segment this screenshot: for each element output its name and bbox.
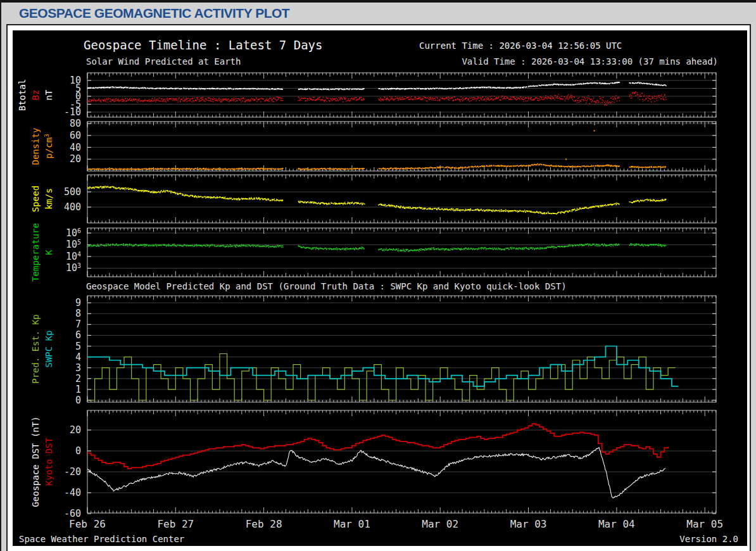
plot-frame: 1050-5-10BtotalBznT80604020Densityp/cm35… [6,24,751,551]
svg-text:Density: Density [30,127,41,165]
svg-text:Feb 28: Feb 28 [246,518,282,530]
svg-text:-40: -40 [64,487,81,498]
svg-text:Mar 01: Mar 01 [334,518,370,530]
svg-text:3: 3 [75,362,81,374]
svg-text:500: 500 [64,186,81,198]
kp-dst-section-title: Geospace Model Predicted Kp and DST (Gro… [86,281,567,291]
svg-text:104: 104 [66,251,81,262]
svg-text:80: 80 [70,118,81,129]
svg-text:8: 8 [75,308,81,319]
svg-text:Mar 02: Mar 02 [422,518,458,530]
svg-text:5: 5 [75,341,81,352]
svg-text:40: 40 [70,142,81,153]
page-header: GEOSPACE GEOMAGNETIC ACTIVITY PLOT [1,3,756,24]
svg-text:Bz: Bz [30,90,41,101]
svg-text:7: 7 [75,319,81,330]
svg-text:20: 20 [70,424,81,436]
svg-text:nT: nT [44,89,54,100]
svg-text:0: 0 [75,445,81,457]
svg-text:9: 9 [75,297,81,308]
svg-text:Pred. Est. Kp: Pred. Est. Kp [30,314,41,384]
svg-text:4: 4 [75,352,81,363]
footer-source: Space Weather Prediction Center [19,534,184,544]
svg-text:106: 106 [66,227,81,239]
svg-text:SWPC Kp: SWPC Kp [44,330,54,367]
svg-text:Geospace DST (nT): Geospace DST (nT) [30,416,41,507]
svg-text:Speed: Speed [30,186,41,212]
page-title: GEOSPACE GEOMAGNETIC ACTIVITY PLOT [19,6,289,20]
svg-text:400: 400 [64,201,81,213]
svg-text:Feb 27: Feb 27 [157,518,194,530]
svg-text:Temperature: Temperature [30,223,41,282]
svg-text:0: 0 [75,395,81,406]
page: { "window": { "header_title": "GEOSPACE … [0,0,756,551]
plot-subtitle: Solar Wind Predicted at Earth [86,56,241,66]
svg-text:K: K [44,250,54,255]
svg-text:p/cm3: p/cm3 [44,134,54,158]
svg-text:km/s: km/s [44,188,54,210]
svg-text:6: 6 [75,329,81,341]
svg-text:20: 20 [70,153,81,165]
current-time-text: Current Time : 2026-03-04 12:56:05 UTC [419,41,622,51]
geospace-plot: 1050-5-10BtotalBznT80604020Densityp/cm35… [13,30,747,546]
svg-text:Mar 05: Mar 05 [686,518,723,530]
plot-title: Geospace Timeline : Latest 7 Days [84,38,323,52]
svg-text:60: 60 [70,130,81,141]
svg-text:103: 103 [66,262,81,274]
svg-text:Mar 04: Mar 04 [598,518,635,530]
svg-text:Btotal: Btotal [17,79,27,111]
svg-text:Mar 03: Mar 03 [510,518,547,530]
valid-time-text: Valid Time : 2026-03-04 13:33:00 (37 min… [462,56,718,66]
svg-text:105: 105 [66,239,81,250]
footer-version: Version 2.0 [679,534,738,544]
svg-text:-10: -10 [64,106,81,118]
svg-text:-20: -20 [64,466,81,478]
svg-text:Kyoto DST: Kyoto DST [44,438,54,486]
svg-text:Feb 26: Feb 26 [69,518,106,530]
svg-text:2: 2 [75,373,81,384]
svg-text:1: 1 [75,384,81,395]
